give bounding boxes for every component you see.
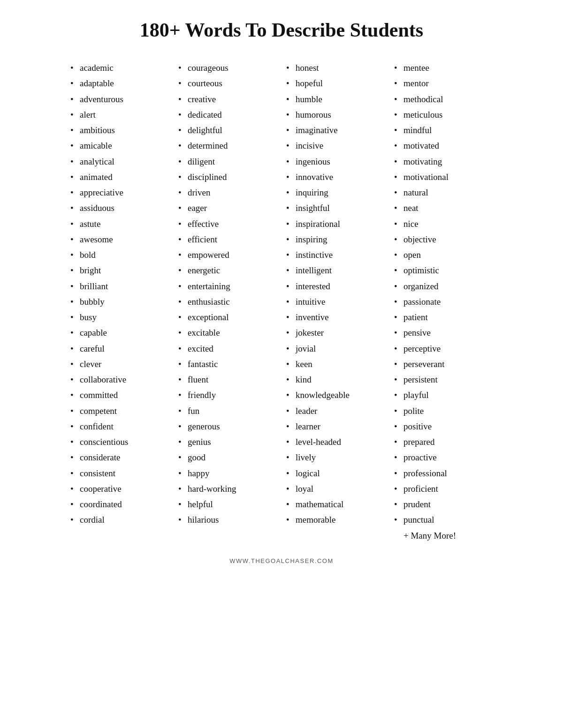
list-item: inspirational	[286, 216, 385, 232]
list-item: optimistic	[394, 263, 493, 278]
list-item: mindful	[394, 122, 493, 138]
list-item: knowledgeable	[286, 387, 385, 403]
list-item: hopeful	[286, 75, 385, 91]
list-item: bold	[70, 247, 169, 263]
list-item: prepared	[394, 434, 493, 450]
list-item: mentee	[394, 60, 493, 75]
list-item: intelligent	[286, 263, 385, 278]
list-item: bright	[70, 263, 169, 278]
list-item: hilarious	[178, 512, 277, 527]
list-item: excited	[178, 341, 277, 356]
list-item: prudent	[394, 496, 493, 512]
list-item: energetic	[178, 263, 277, 278]
list-item: ingenious	[286, 154, 385, 169]
list-item: honest	[286, 60, 385, 75]
list-item: committed	[70, 387, 169, 403]
list-item: astute	[70, 216, 169, 232]
list-item: positive	[394, 419, 493, 434]
list-item: polite	[394, 403, 493, 419]
column-3: honesthopefulhumblehumorousimaginativein…	[282, 60, 389, 543]
list-item: academic	[70, 60, 169, 75]
list-item: considerate	[70, 450, 169, 465]
list-item: perceptive	[394, 341, 493, 356]
page-container: 180+ Words To Describe Students academic…	[56, 0, 507, 578]
list-item: ambitious	[70, 122, 169, 138]
list-item: logical	[286, 465, 385, 481]
columns-wrapper: academicadaptableadventurousalertambitio…	[66, 60, 497, 543]
list-item: lively	[286, 450, 385, 465]
list-item: intuitive	[286, 294, 385, 309]
list-item: appreciative	[70, 185, 169, 200]
list-item: interested	[286, 278, 385, 294]
list-item: exceptional	[178, 309, 277, 325]
list-item: natural	[394, 185, 493, 200]
list-item: adaptable	[70, 75, 169, 91]
list-item: excitable	[178, 325, 277, 340]
list-item: conscientious	[70, 434, 169, 450]
list-item: humorous	[286, 107, 385, 122]
list-item: patient	[394, 309, 493, 325]
list-item: cooperative	[70, 481, 169, 496]
word-list-2: courageouscourteouscreativededicateddeli…	[178, 60, 277, 528]
list-item: clever	[70, 356, 169, 372]
list-item: motivational	[394, 169, 493, 185]
footer-url: WWW.THEGOALCHASER.COM	[66, 557, 497, 564]
list-item: diligent	[178, 154, 277, 169]
list-item: keen	[286, 356, 385, 372]
list-item: nice	[394, 216, 493, 232]
list-item: brilliant	[70, 278, 169, 294]
list-item: busy	[70, 309, 169, 325]
list-item: level-headed	[286, 434, 385, 450]
list-item: loyal	[286, 481, 385, 496]
list-item: eager	[178, 200, 277, 216]
list-item: motivated	[394, 138, 493, 153]
list-item: playful	[394, 387, 493, 403]
list-item: persistent	[394, 372, 493, 387]
list-item: fantastic	[178, 356, 277, 372]
list-item: driven	[178, 185, 277, 200]
list-item: perseverant	[394, 356, 493, 372]
list-item: neat	[394, 200, 493, 216]
list-item: capable	[70, 325, 169, 340]
list-item: dedicated	[178, 107, 277, 122]
list-item: genius	[178, 434, 277, 450]
list-item: pensive	[394, 325, 493, 340]
list-item: courageous	[178, 60, 277, 75]
list-item: mathematical	[286, 496, 385, 512]
list-item: awesome	[70, 232, 169, 247]
word-list-4: menteementormethodicalmeticulousmindfulm…	[394, 60, 493, 528]
list-item: careful	[70, 341, 169, 356]
list-item: collaborative	[70, 372, 169, 387]
extra-note: + Many More!	[394, 528, 493, 543]
list-item: leader	[286, 403, 385, 419]
list-item: imaginative	[286, 122, 385, 138]
list-item: adventurous	[70, 91, 169, 107]
list-item: empowered	[178, 247, 277, 263]
list-item: jokester	[286, 325, 385, 340]
list-item: enthusiastic	[178, 294, 277, 309]
word-list-3: honesthopefulhumblehumorousimaginativein…	[286, 60, 385, 528]
list-item: jovial	[286, 341, 385, 356]
list-item: alert	[70, 107, 169, 122]
list-item: analytical	[70, 154, 169, 169]
list-item: professional	[394, 465, 493, 481]
list-item: humble	[286, 91, 385, 107]
list-item: fun	[178, 403, 277, 419]
list-item: punctual	[394, 512, 493, 527]
list-item: generous	[178, 419, 277, 434]
list-item: memorable	[286, 512, 385, 527]
list-item: objective	[394, 232, 493, 247]
list-item: inventive	[286, 309, 385, 325]
list-item: motivating	[394, 154, 493, 169]
list-item: mentor	[394, 75, 493, 91]
list-item: efficient	[178, 232, 277, 247]
list-item: consistent	[70, 465, 169, 481]
list-item: insightful	[286, 200, 385, 216]
list-item: bubbly	[70, 294, 169, 309]
list-item: courteous	[178, 75, 277, 91]
list-item: inquiring	[286, 185, 385, 200]
list-item: open	[394, 247, 493, 263]
list-item: determined	[178, 138, 277, 153]
list-item: confident	[70, 419, 169, 434]
list-item: methodical	[394, 91, 493, 107]
